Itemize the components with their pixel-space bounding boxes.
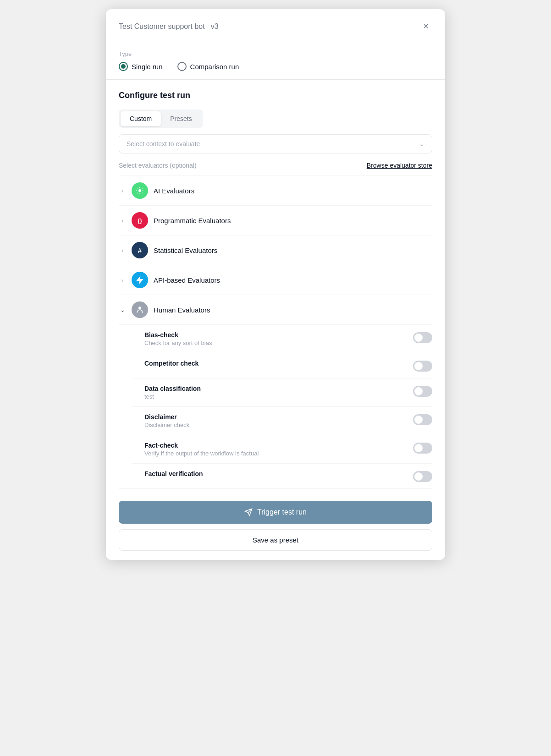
evaluator-item-bias-check: Bias-check Check for any sort of bias	[132, 325, 432, 353]
disclaimer-desc: Disclaimer check	[144, 422, 413, 428]
evaluator-item-factual-verification: Factual verification	[132, 464, 432, 488]
data-classification-slider	[413, 386, 432, 397]
fact-check-toggle[interactable]	[413, 443, 432, 454]
evaluators-optional-text: (optional)	[170, 162, 196, 169]
save-as-preset-button[interactable]: Save as preset	[119, 529, 432, 551]
competitor-check-info: Competitor check	[144, 360, 413, 368]
group-human-header[interactable]: ⌄ Human Evaluators	[119, 295, 432, 324]
factual-verification-toggle[interactable]	[413, 471, 432, 482]
bias-check-info: Bias-check Check for any sort of bias	[144, 331, 413, 346]
group-programmatic-header[interactable]: › {} Programmatic Evaluators	[119, 206, 432, 235]
browse-evaluator-store-link[interactable]: Browse evaluator store	[367, 162, 432, 169]
fact-check-desc: Verify if the output of the workflow is …	[144, 450, 413, 457]
svg-point-0	[138, 189, 141, 192]
modal-title: Test Customer support bot v3	[119, 22, 219, 31]
human-evaluators-label: Human Evaluators	[154, 306, 210, 314]
human-evaluator-children: Bias-check Check for any sort of bias Co…	[119, 324, 432, 488]
svg-point-1	[138, 307, 141, 309]
group-api: › API-based Evaluators	[119, 265, 432, 295]
factual-verification-slider	[413, 471, 432, 482]
chevron-down-icon: ⌄	[419, 140, 424, 148]
tab-presets[interactable]: Presets	[161, 111, 201, 126]
group-ai: › AI Evaluators	[119, 176, 432, 206]
save-preset-label: Save as preset	[253, 536, 298, 544]
context-selector[interactable]: Select context to evaluate ⌄	[119, 134, 432, 153]
fact-check-slider	[413, 443, 432, 454]
context-placeholder: Select context to evaluate	[127, 140, 200, 148]
competitor-check-toggle[interactable]	[413, 361, 432, 372]
footer: Trigger test run Save as preset	[106, 493, 445, 551]
single-run-option[interactable]: Single run	[119, 62, 163, 71]
human-evaluators-icon	[132, 301, 148, 318]
close-icon: ×	[423, 21, 429, 31]
evaluator-item-data-classification: Data classification test	[132, 378, 432, 407]
evaluator-list: › AI Evaluators › {} Programmatic Evalua…	[119, 175, 432, 489]
chevron-right-icon-4: ›	[119, 276, 126, 284]
modal: Test Customer support bot v3 × Type Sing…	[106, 9, 445, 560]
chevron-right-icon-2: ›	[119, 217, 126, 224]
ai-evaluators-icon	[132, 182, 148, 199]
disclaimer-slider	[413, 414, 432, 425]
chevron-right-icon-3: ›	[119, 247, 126, 254]
bias-check-desc: Check for any sort of bias	[144, 340, 413, 346]
data-classification-name: Data classification	[144, 385, 413, 392]
comparison-run-option[interactable]: Comparison run	[177, 62, 239, 71]
comparison-run-label: Comparison run	[190, 63, 239, 71]
group-statistical: › # Statistical Evaluators	[119, 236, 432, 265]
modal-header: Test Customer support bot v3 ×	[106, 9, 445, 42]
single-run-label: Single run	[132, 63, 163, 71]
factual-verification-info: Factual verification	[144, 470, 413, 478]
disclaimer-name: Disclaimer	[144, 413, 413, 421]
ai-evaluators-label: AI Evaluators	[154, 187, 194, 195]
modal-title-text: Test Customer support bot	[119, 22, 205, 30]
trigger-label: Trigger test run	[257, 508, 307, 516]
data-classification-desc: test	[144, 393, 413, 400]
group-api-header[interactable]: › API-based Evaluators	[119, 265, 432, 295]
evaluators-label: Select evaluators (optional)	[119, 162, 197, 169]
group-programmatic: › {} Programmatic Evaluators	[119, 206, 432, 236]
send-icon	[244, 508, 253, 516]
group-statistical-header[interactable]: › # Statistical Evaluators	[119, 236, 432, 265]
evaluators-label-text: Select evaluators	[119, 162, 168, 169]
competitor-check-name: Competitor check	[144, 360, 413, 367]
modal-version: v3	[211, 22, 219, 30]
evaluators-header: Select evaluators (optional) Browse eval…	[119, 162, 432, 169]
factual-verification-name: Factual verification	[144, 470, 413, 477]
fact-check-info: Fact-check Verify if the output of the w…	[144, 442, 413, 457]
competitor-check-slider	[413, 361, 432, 372]
programmatic-evaluators-label: Programmatic Evaluators	[154, 217, 231, 225]
configure-title: Configure test run	[119, 91, 432, 100]
programmatic-evaluators-icon: {}	[132, 212, 148, 229]
close-button[interactable]: ×	[419, 19, 432, 33]
chevron-right-icon: ›	[119, 187, 126, 194]
chevron-down-icon-human: ⌄	[119, 306, 126, 313]
comparison-run-radio[interactable]	[177, 62, 187, 71]
group-ai-header[interactable]: › AI Evaluators	[119, 176, 432, 205]
evaluator-item-fact-check: Fact-check Verify if the output of the w…	[132, 435, 432, 464]
statistical-evaluators-icon: #	[132, 242, 148, 258]
data-classification-info: Data classification test	[144, 385, 413, 400]
trigger-test-run-button[interactable]: Trigger test run	[119, 501, 432, 524]
bias-check-slider	[413, 332, 432, 343]
fact-check-name: Fact-check	[144, 442, 413, 449]
statistical-evaluators-label: Statistical Evaluators	[154, 247, 217, 254]
configure-section: Configure test run Custom Presets Select…	[106, 80, 445, 489]
radio-group: Single run Comparison run	[119, 62, 432, 71]
footer-spacer	[106, 551, 445, 560]
evaluator-item-competitor-check: Competitor check	[132, 353, 432, 378]
bias-check-name: Bias-check	[144, 331, 413, 339]
tab-custom[interactable]: Custom	[121, 111, 161, 126]
disclaimer-info: Disclaimer Disclaimer check	[144, 413, 413, 428]
bias-check-toggle[interactable]	[413, 332, 432, 343]
api-evaluators-label: API-based Evaluators	[154, 276, 220, 284]
data-classification-toggle[interactable]	[413, 386, 432, 397]
evaluator-item-disclaimer: Disclaimer Disclaimer check	[132, 407, 432, 435]
tabs: Custom Presets	[119, 110, 203, 128]
type-label: Type	[119, 50, 432, 57]
group-human: ⌄ Human Evaluators Bias-check Check for …	[119, 295, 432, 489]
disclaimer-toggle[interactable]	[413, 414, 432, 425]
single-run-radio[interactable]	[119, 62, 128, 71]
type-section: Type Single run Comparison run	[106, 42, 445, 80]
api-evaluators-icon	[132, 272, 148, 288]
